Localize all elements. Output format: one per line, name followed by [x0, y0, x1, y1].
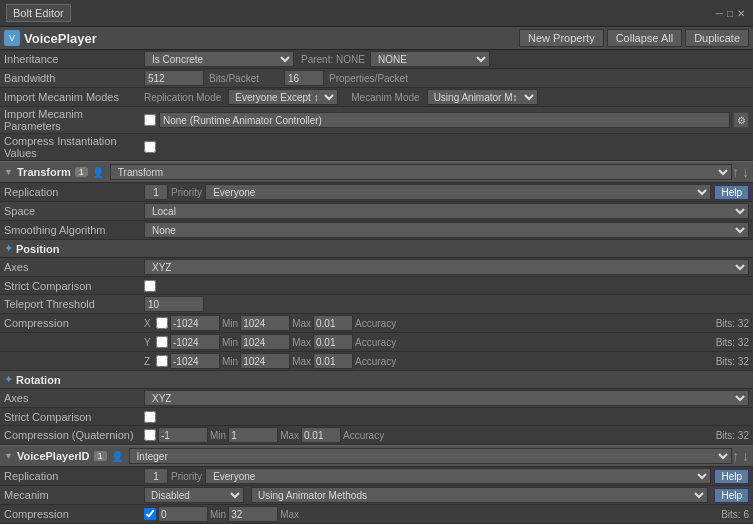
x-min-input[interactable] — [170, 315, 220, 331]
z-checkbox[interactable] — [156, 355, 168, 367]
everyone-dropdown[interactable]: Everyone — [205, 184, 711, 200]
rotation-axes-label: Axes — [4, 392, 144, 404]
z-min-label: Min — [222, 356, 238, 367]
voiceplayerid-badge: 1 — [94, 451, 107, 461]
rotation-axes-row: Axes XYZ — [0, 389, 753, 408]
vpid-mecanim-help-button[interactable]: Help — [714, 488, 749, 503]
rotation-strict-checkbox[interactable] — [144, 411, 156, 423]
x-checkbox[interactable] — [156, 317, 168, 329]
smoothing-dropdown[interactable]: None — [144, 222, 749, 238]
x-axis-label: X — [144, 318, 154, 329]
transform-section-header[interactable]: ▼ Transform 1 👤 Transform ↑ ↓ — [0, 161, 753, 183]
y-min-label: Min — [222, 337, 238, 348]
duplicate-button[interactable]: Duplicate — [685, 29, 749, 47]
inheritance-row: Inheritance Is Concrete Parent: NONE NON… — [0, 50, 753, 69]
z-acc-input[interactable] — [313, 353, 353, 369]
y-max-input[interactable] — [240, 334, 290, 350]
position-icon: ✦ — [4, 242, 13, 255]
animator-controller-input[interactable] — [159, 112, 730, 128]
title-bar: Bolt Editor — [6, 4, 71, 22]
y-min-input[interactable] — [170, 334, 220, 350]
vpid-replication-num[interactable] — [144, 468, 168, 484]
vpid-comp-min-input[interactable] — [158, 506, 208, 522]
vpid-mecanim-methods-dropdown[interactable]: Using Animator Methods — [251, 487, 708, 503]
transform-down-icon[interactable]: ↓ — [742, 164, 749, 180]
rotation-compression-row: Compression (Quaternion) Min Max Accurac… — [0, 426, 753, 445]
maximize-icon[interactable]: □ — [727, 8, 733, 19]
transform-up-icon[interactable]: ↑ — [732, 164, 739, 180]
minimize-icon[interactable]: ─ — [716, 8, 723, 19]
compression-label: Compression — [4, 317, 144, 329]
voiceplayerid-type-dropdown[interactable]: Integer — [129, 448, 732, 464]
asset-icon: V — [4, 30, 20, 46]
rot-max-input[interactable] — [228, 427, 278, 443]
collapse-all-button[interactable]: Collapse All — [607, 29, 682, 47]
voiceplayerid-up-icon[interactable]: ↑ — [732, 448, 739, 464]
replication-num-input[interactable] — [144, 184, 168, 200]
rotation-comp-label: Compression (Quaternion) — [4, 429, 144, 441]
compress-checkbox[interactable] — [144, 141, 156, 153]
bits-per-packet-label: Bits/Packet — [209, 73, 259, 84]
strict-comparison-row: Strict Comparison — [0, 277, 753, 295]
replication-label: Replication — [4, 186, 144, 198]
y-accuracy-label: Accuracy — [355, 337, 396, 348]
axes-dropdown[interactable]: XYZ — [144, 259, 749, 275]
parent-label: Parent: NONE — [301, 54, 365, 65]
vpid-everyone-dropdown[interactable]: Everyone — [205, 468, 711, 484]
replication-row: Replication Priority Everyone Help — [0, 183, 753, 202]
vpid-compression-checkbox[interactable] — [144, 508, 156, 520]
vpid-comp-max-input[interactable] — [228, 506, 278, 522]
rotation-axes-dropdown[interactable]: XYZ — [144, 390, 749, 406]
rot-max-label: Max — [280, 430, 299, 441]
y-acc-input[interactable] — [313, 334, 353, 350]
y-checkbox[interactable] — [156, 336, 168, 348]
replication-mode-dropdown[interactable]: Everyone Except ↕ — [228, 89, 338, 105]
vpid-mecanim-dropdown[interactable]: Disabled — [144, 487, 244, 503]
properties-input[interactable] — [284, 70, 324, 86]
close-icon[interactable]: ✕ — [737, 8, 745, 19]
rot-min-input[interactable] — [158, 427, 208, 443]
parent-dropdown[interactable]: NONE — [370, 51, 490, 67]
z-accuracy-label: Accuracy — [355, 356, 396, 367]
gear-button[interactable]: ⚙ — [733, 112, 749, 128]
transform-help-button[interactable]: Help — [714, 185, 749, 200]
mecanim-mode-dropdown[interactable]: Using Animator M↕ — [427, 89, 538, 105]
strict-comparison-checkbox[interactable] — [144, 280, 156, 292]
import-mecanim-params-checkbox[interactable] — [144, 114, 156, 126]
vpid-max-label: Max — [280, 509, 299, 520]
z-bits-label: Bits: 32 — [716, 356, 749, 367]
rotation-subsection: ✦ Rotation — [0, 371, 753, 389]
replication-mode-label: Replication Mode — [144, 92, 221, 103]
rot-min-label: Min — [210, 430, 226, 441]
rot-bits-label: Bits: 32 — [716, 430, 749, 441]
space-dropdown[interactable]: Local — [144, 203, 749, 219]
x-accuracy-label: Accuracy — [355, 318, 396, 329]
bandwidth-input[interactable] — [144, 70, 204, 86]
rotation-strict-row: Strict Comparison — [0, 408, 753, 426]
vpid-replication-label: Replication — [4, 470, 144, 482]
voiceplayerid-section-header[interactable]: ▼ VoicePlayerID 1 👤 Integer ↑ ↓ — [0, 445, 753, 467]
rot-checkbox[interactable] — [144, 429, 156, 441]
x-max-label: Max — [292, 318, 311, 329]
import-mecanim-label: Import Mecanim Modes — [4, 91, 144, 103]
transform-type-dropdown[interactable]: Transform — [110, 164, 732, 180]
vpid-mecanim-row: Mecanim Disabled Using Animator Methods … — [0, 486, 753, 505]
z-max-input[interactable] — [240, 353, 290, 369]
y-max-label: Max — [292, 337, 311, 348]
voiceplayerid-title: VoicePlayerID — [17, 450, 90, 462]
rot-acc-input[interactable] — [301, 427, 341, 443]
vpid-help-button[interactable]: Help — [714, 469, 749, 484]
x-acc-input[interactable] — [313, 315, 353, 331]
x-max-input[interactable] — [240, 315, 290, 331]
vpid-priority-label: Priority — [171, 471, 202, 482]
transform-collapse-icon[interactable]: ▼ — [4, 167, 14, 177]
z-axis-label: Z — [144, 356, 154, 367]
teleport-input[interactable] — [144, 296, 204, 312]
inheritance-dropdown[interactable]: Is Concrete — [144, 51, 294, 67]
z-min-input[interactable] — [170, 353, 220, 369]
vpid-replication-row: Replication Priority Everyone Help — [0, 467, 753, 486]
voiceplayerid-down-icon[interactable]: ↓ — [742, 448, 749, 464]
axes-label: Axes — [4, 261, 144, 273]
voiceplayerid-collapse-icon[interactable]: ▼ — [4, 451, 14, 461]
new-property-button[interactable]: New Property — [519, 29, 604, 47]
